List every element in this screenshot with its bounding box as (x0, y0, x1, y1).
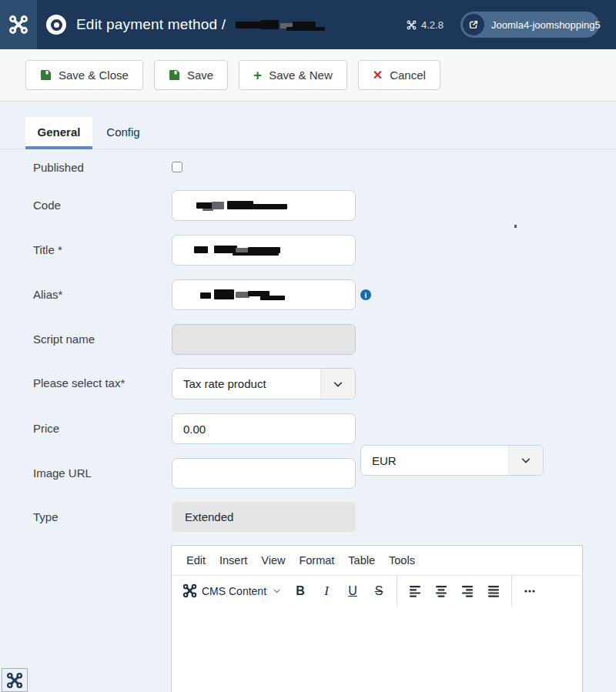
button-label: Save & New (269, 69, 333, 82)
editor-menubar: Edit Insert View Format Table Tools (172, 546, 582, 575)
type-label: Type (33, 510, 59, 523)
tab-general[interactable]: General (25, 117, 92, 146)
tax-select-value: Tax rate product (183, 377, 266, 390)
chevron-down-icon (273, 587, 281, 595)
code-input[interactable] (172, 190, 356, 221)
joomla-version: 4.2.8 (407, 0, 444, 49)
close-icon: ✕ (373, 69, 383, 82)
page: Edit payment method / 4.2.8 Joomla4-joom… (0, 0, 616, 692)
tab-label: Config (106, 125, 139, 139)
save-close-button[interactable]: Save & Close (25, 60, 143, 90)
info-icon[interactable]: i (360, 289, 371, 300)
redacted-text (194, 245, 291, 256)
tabs-divider (0, 149, 616, 149)
alias-input[interactable] (172, 279, 356, 310)
site-preview-button[interactable]: Joomla4-joomshopping5 (460, 12, 599, 38)
cms-content-label: CMS Content (202, 585, 266, 597)
image-url-label: Image URL (33, 466, 92, 480)
menu-table[interactable]: Table (341, 554, 382, 567)
version-number: 4.2.8 (421, 19, 444, 31)
menu-insert[interactable]: Insert (213, 554, 254, 567)
align-justify-icon[interactable] (480, 576, 507, 606)
menu-view[interactable]: View (254, 554, 292, 567)
currency-select-value: EUR (372, 454, 397, 467)
editor-content-area[interactable] (172, 606, 582, 692)
redacted-title-text (236, 19, 326, 30)
more-ellipsis-icon[interactable] (517, 576, 543, 606)
external-link-icon (463, 14, 484, 35)
dot-circle-icon (46, 15, 66, 35)
action-toolbar: Save & Close Save + Save & New ✕ Cancel (0, 49, 616, 102)
align-center-icon[interactable] (428, 576, 454, 606)
description-editor: Edit Insert View Format Table Tools CMS … (171, 545, 583, 692)
save-icon (40, 69, 52, 81)
bold-button[interactable]: B (287, 576, 313, 606)
type-value-field: Extended (172, 502, 356, 532)
price-label: Price (33, 422, 59, 435)
alignment-group (397, 576, 507, 606)
strikethrough-button[interactable]: S (366, 576, 392, 606)
more-group (511, 576, 547, 606)
site-name-label: Joomla4-joomshopping5 (484, 19, 610, 31)
save-icon (169, 69, 180, 81)
joomla-corner-widget[interactable] (2, 668, 28, 692)
joomla-icon (182, 583, 197, 598)
cancel-button[interactable]: ✕ Cancel (358, 60, 440, 90)
italic-button[interactable]: I (313, 576, 340, 606)
menu-edit[interactable]: Edit (179, 554, 213, 567)
plus-icon: + (253, 68, 262, 82)
active-tab-indicator (25, 146, 92, 149)
menu-tools[interactable]: Tools (382, 554, 422, 567)
tab-label: General (38, 125, 81, 139)
joomla-logo-tile (0, 0, 37, 49)
joomla-icon (407, 20, 417, 30)
page-title: Edit payment method / (76, 16, 226, 33)
redacted-text (200, 289, 286, 300)
code-label: Code (33, 199, 61, 212)
published-label: Published (33, 161, 84, 174)
tax-select[interactable]: Tax rate product (172, 368, 356, 399)
align-right-icon[interactable] (454, 576, 480, 606)
script-name-label: Script name (33, 333, 95, 346)
menu-format[interactable]: Format (292, 554, 341, 567)
chevron-down-icon (508, 446, 543, 475)
button-label: Save (187, 69, 213, 82)
tab-config[interactable]: Config (92, 117, 154, 146)
alias-label: Alias* (33, 288, 62, 301)
joomla-icon (8, 15, 28, 35)
image-url-input[interactable] (172, 458, 356, 489)
underline-button[interactable]: U (340, 576, 366, 606)
price-input[interactable] (172, 413, 356, 444)
admin-header: Edit payment method / 4.2.8 Joomla4-joom… (0, 0, 616, 49)
save-new-button[interactable]: + Save & New (239, 60, 347, 90)
editor-toolbar: CMS Content B I U S (172, 575, 582, 606)
page-heading: Edit payment method / (46, 0, 326, 49)
joomla-icon (6, 672, 23, 689)
published-checkbox[interactable] (172, 162, 182, 172)
title-input[interactable] (172, 235, 356, 266)
script-name-input (172, 324, 356, 355)
screen-artifact (514, 225, 517, 228)
button-label: Cancel (390, 69, 426, 82)
cms-content-dropdown[interactable]: CMS Content (176, 576, 287, 606)
button-label: Save & Close (59, 69, 129, 82)
save-button[interactable]: Save (154, 60, 228, 90)
currency-select[interactable]: EUR (360, 445, 544, 476)
chevron-down-icon (320, 369, 355, 399)
title-label: Title * (33, 243, 62, 256)
align-left-icon[interactable] (402, 576, 428, 606)
tax-label: Please select tax* (33, 376, 125, 389)
redacted-text (196, 200, 289, 211)
